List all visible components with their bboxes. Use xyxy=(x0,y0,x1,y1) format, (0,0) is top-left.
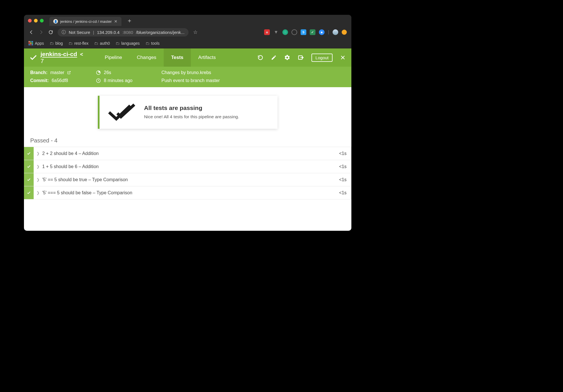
bookmark-label: auth0 xyxy=(100,41,110,46)
edit-icon[interactable] xyxy=(271,55,277,60)
test-status-icon xyxy=(24,186,34,199)
window-titlebar: 👤 jenkins / jenkins-ci-cd / master ✕ ＋ xyxy=(24,15,351,26)
tab-label: Pipeline xyxy=(105,55,122,60)
back-button[interactable] xyxy=(29,29,34,35)
tab-changes[interactable]: Changes xyxy=(129,48,164,67)
apps-grid-icon xyxy=(29,41,33,46)
chevron-right-icon: ❯ xyxy=(34,164,42,169)
duration-value: 26s xyxy=(104,70,111,75)
tab-label: Changes xyxy=(137,55,156,60)
bookmark-folder[interactable]: 🗀languages xyxy=(116,41,140,46)
close-window-button[interactable] xyxy=(28,19,32,23)
tests-table: ❯ 2 + 2 should be 4 – Addition <1s ❯ 1 +… xyxy=(24,147,351,199)
close-icon[interactable] xyxy=(340,55,346,60)
test-status-icon xyxy=(24,160,34,173)
chevron-right-icon: ❯ xyxy=(34,191,42,195)
bookmarks-bar: Apps 🗀blog 🗀rest-flex 🗀auth0 🗀languages … xyxy=(24,38,351,48)
extension-icon[interactable] xyxy=(291,29,297,35)
chevron-left-icon: < xyxy=(80,52,83,57)
chevron-right-icon: ❯ xyxy=(34,151,42,156)
update-indicator-icon[interactable] xyxy=(342,30,347,35)
commit-label: Commit: xyxy=(30,78,49,83)
bookmark-folder[interactable]: 🗀auth0 xyxy=(94,41,110,46)
header-actions: Logout xyxy=(257,54,346,62)
tests-summary-card: All tests are passing Nice one! All 4 te… xyxy=(98,96,278,129)
passed-section-title: Passed - 4 xyxy=(24,137,351,147)
completed-cell: 8 minutes ago xyxy=(96,78,161,83)
test-duration: <1s xyxy=(331,151,351,156)
address-toolbar: ⓘ Not Secure | 134.209.0.4:8080/blue/org… xyxy=(24,26,351,38)
info-icon: ⓘ xyxy=(62,30,66,35)
new-tab-button[interactable]: ＋ xyxy=(127,17,132,24)
test-status-icon xyxy=(24,147,34,160)
test-status-icon xyxy=(24,173,34,186)
jenkins-favicon: 👤 xyxy=(53,19,58,24)
clock-icon xyxy=(96,78,101,83)
branch-label: Branch: xyxy=(30,70,47,75)
changes-by-value: Changes by bruno.krebs xyxy=(161,70,211,75)
test-duration: <1s xyxy=(331,177,351,182)
url-port: :8080 xyxy=(122,30,133,35)
extension-icon[interactable] xyxy=(282,29,288,35)
extension-zoom-icon[interactable]: ■ xyxy=(319,29,325,35)
test-name: '5' == 5 should be true – Type Compariso… xyxy=(42,177,331,182)
extension-icon[interactable]: S xyxy=(301,29,306,35)
window-controls xyxy=(28,19,44,23)
chevron-right-icon: ❯ xyxy=(34,177,42,182)
folder-icon: 🗀 xyxy=(94,41,98,46)
browser-tab[interactable]: 👤 jenkins / jenkins-ci-cd / master ✕ xyxy=(49,17,121,26)
test-duration: <1s xyxy=(331,164,351,169)
folder-icon: 🗀 xyxy=(116,41,120,46)
extension-icon[interactable]: ✓ xyxy=(310,29,315,35)
pipeline-name: jenkins-ci-cd xyxy=(40,51,77,57)
bookmark-folder[interactable]: 🗀tools xyxy=(145,41,160,46)
tab-artifacts[interactable]: Artifacts xyxy=(191,48,223,67)
close-tab-icon[interactable]: ✕ xyxy=(114,19,118,24)
test-row[interactable]: ❯ 2 + 2 should be 4 – Addition <1s xyxy=(24,147,351,160)
test-name: '5' === 5 should be false – Type Compari… xyxy=(42,190,331,195)
run-tabs: Pipeline Changes Tests Artifacts xyxy=(97,48,223,67)
logout-button[interactable]: Logout xyxy=(311,54,333,62)
go-to-classic-icon[interactable] xyxy=(298,54,304,61)
pipeline-title-block[interactable]: jenkins-ci-cd < 7 xyxy=(40,51,83,64)
extension-icon[interactable]: ⨳ xyxy=(264,29,270,35)
address-bar[interactable]: ⓘ Not Secure | 134.209.0.4:8080/blue/org… xyxy=(58,28,189,36)
forward-button[interactable] xyxy=(38,29,44,35)
run-header-top: jenkins-ci-cd < 7 Pipeline Changes Tests… xyxy=(24,48,351,67)
external-link-icon[interactable] xyxy=(67,71,71,75)
bookmark-label: tools xyxy=(151,41,160,46)
cause-value: Push event to branch master xyxy=(161,78,220,83)
extension-vue-icon[interactable]: ▼ xyxy=(273,29,279,35)
tab-pipeline[interactable]: Pipeline xyxy=(97,48,129,67)
bookmark-folder[interactable]: 🗀rest-flex xyxy=(68,41,88,46)
test-name: 1 + 5 should be 6 – Addition xyxy=(42,164,331,169)
timer-icon xyxy=(96,70,101,75)
logout-label: Logout xyxy=(315,55,329,60)
bookmark-folder[interactable]: 🗀blog xyxy=(50,41,63,46)
tab-tests[interactable]: Tests xyxy=(164,48,191,67)
bookmark-label: rest-flex xyxy=(74,41,88,46)
folder-icon: 🗀 xyxy=(68,41,72,46)
not-secure-label: Not Secure xyxy=(69,30,90,35)
bookmark-star-icon[interactable]: ☆ xyxy=(193,29,198,35)
folder-icon: 🗀 xyxy=(145,41,149,46)
apps-shortcut[interactable]: Apps xyxy=(29,41,44,46)
apps-label: Apps xyxy=(35,41,44,46)
branch-value[interactable]: master xyxy=(50,70,64,75)
tab-label: Artifacts xyxy=(198,55,216,60)
rerun-icon[interactable] xyxy=(257,54,264,61)
completed-value: 8 minutes ago xyxy=(104,78,133,83)
reload-button[interactable] xyxy=(48,29,54,35)
browser-window: 👤 jenkins / jenkins-ci-cd / master ✕ ＋ ⓘ… xyxy=(24,15,351,231)
profile-avatar[interactable] xyxy=(333,29,338,35)
duration-cell: 26s xyxy=(96,70,161,75)
minimize-window-button[interactable] xyxy=(34,19,38,23)
changes-by-cell: Changes by bruno.krebs xyxy=(161,70,345,75)
gear-icon[interactable] xyxy=(284,54,290,61)
test-row[interactable]: ❯ '5' == 5 should be true – Type Compari… xyxy=(24,173,351,186)
tab-title: jenkins / jenkins-ci-cd / master xyxy=(60,19,112,24)
maximize-window-button[interactable] xyxy=(40,19,44,23)
test-row[interactable]: ❯ '5' === 5 should be false – Type Compa… xyxy=(24,186,351,199)
test-duration: <1s xyxy=(331,190,351,195)
test-row[interactable]: ❯ 1 + 5 should be 6 – Addition <1s xyxy=(24,160,351,173)
